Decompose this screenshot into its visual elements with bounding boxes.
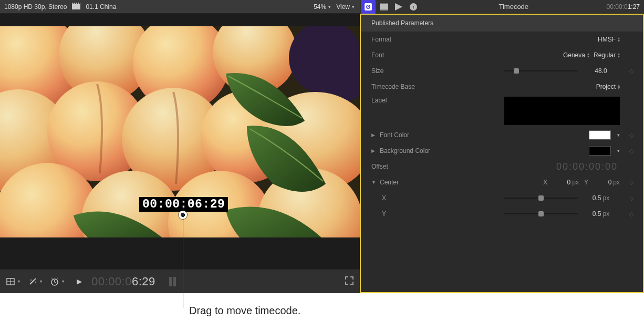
label-text-input[interactable] <box>504 97 620 125</box>
x-label: X <box>382 194 386 202</box>
retime-tool-icon[interactable]: ▾ <box>50 277 64 286</box>
chevron-down-icon: ▾ <box>352 4 355 9</box>
inspector-pane: Ø i Timecode 00:00:01:27 Published Param… <box>360 0 644 293</box>
viewer-toolbar: ▾ ▾ ▾ ▶ 00:00:06:29 <box>0 269 360 293</box>
svg-marker-39 <box>395 3 402 11</box>
param-size: Size 48.0 ◇ <box>361 63 643 79</box>
inspector-duration: 00:00:01:27 <box>607 3 644 11</box>
size-value[interactable]: 48.0 <box>582 67 620 75</box>
size-slider[interactable] <box>504 67 578 75</box>
center-x-label: X <box>543 179 547 186</box>
playhead-timecode[interactable]: 00:00:06:29 <box>91 275 155 288</box>
svg-point-26 <box>30 280 32 281</box>
y-label: Y <box>382 210 386 218</box>
timecode-base-popup[interactable]: Project▴▾ <box>596 83 620 90</box>
fullscreen-icon[interactable] <box>345 276 354 286</box>
keyframe-icon[interactable]: ◇ <box>624 195 639 202</box>
disclosure-triangle-icon[interactable]: ▶ <box>371 132 377 138</box>
chevron-down-icon: ▾ <box>328 4 331 9</box>
size-label: Size <box>371 67 383 75</box>
disclosure-triangle-icon[interactable]: ▶ <box>371 148 377 153</box>
background-color-swatch[interactable] <box>589 146 611 156</box>
param-font-color: ▶Font Color ▾ ◇ <box>361 127 643 143</box>
svg-rect-0 <box>72 4 80 9</box>
svg-rect-33 <box>380 9 388 11</box>
video-inspector-tab[interactable] <box>377 0 391 14</box>
keyframe-icon[interactable]: ◇ <box>624 132 639 139</box>
keyframe-icon[interactable]: ◇ <box>624 211 639 218</box>
callout-line <box>183 205 183 308</box>
offset-value[interactable]: 00:00:00:00 <box>556 161 618 172</box>
keyframe-icon[interactable]: ◇ <box>624 179 639 186</box>
info-inspector-tab[interactable]: i <box>406 0 421 14</box>
clip-name[interactable]: 01.1 China <box>86 3 116 11</box>
svg-point-25 <box>35 278 36 279</box>
inspector-body: Published Parameters Format HMSF▴▾ Font … <box>360 14 644 293</box>
param-timecode-base: Timecode Base Project▴▾ <box>361 79 643 95</box>
center-y-label: Y <box>584 179 588 186</box>
param-background-color: ▶Background Color ▾ ◇ <box>361 143 643 159</box>
font-color-label: Font Color <box>380 131 409 139</box>
svg-rect-31 <box>380 4 388 9</box>
svg-point-27 <box>35 282 36 283</box>
label-field-label: Label <box>371 97 387 104</box>
font-style-popup[interactable]: Regular▴▾ <box>594 51 620 59</box>
param-center-x: X 0.5px ◇ <box>361 190 643 206</box>
keyframe-icon[interactable]: ◇ <box>624 148 639 154</box>
svg-text:Ø: Ø <box>366 4 371 10</box>
y-value[interactable]: 0.5px <box>582 210 620 218</box>
play-button[interactable]: ▶ <box>77 277 82 285</box>
zoom-popup[interactable]: 54%▾ <box>314 3 331 11</box>
y-slider[interactable] <box>504 210 578 218</box>
audio-meter-icon <box>169 277 176 286</box>
center-y-value[interactable]: 0px <box>594 179 620 186</box>
keyframe-icon[interactable]: ◇ <box>624 68 639 75</box>
center-label: Center <box>380 179 399 186</box>
param-center-y: Y 0.5px ◇ <box>361 206 643 222</box>
format-badge: 1080p HD 30p, Stereo <box>4 3 67 11</box>
timecode-base-label: Timecode Base <box>371 83 415 90</box>
viewer-top-bar: 1080p HD 30p, Stereo 01.1 China 54%▾ Vie… <box>0 0 360 14</box>
clapperboard-icon[interactable] <box>72 3 80 11</box>
param-font: Font Geneva▴▾ Regular▴▾ <box>361 47 643 63</box>
chevron-down-icon[interactable]: ▾ <box>617 132 620 138</box>
background-color-label: Background Color <box>380 147 430 154</box>
generator-inspector-tab[interactable]: Ø <box>361 0 376 14</box>
format-label: Format <box>371 36 391 43</box>
enhance-tool-icon[interactable]: ▾ <box>28 277 42 286</box>
param-offset: Offset 00:00:00:00 <box>361 159 643 174</box>
x-value[interactable]: 0.5px <box>582 194 620 202</box>
format-popup[interactable]: HMSF▴▾ <box>598 36 620 43</box>
center-x-value[interactable]: 0px <box>553 179 579 186</box>
font-color-swatch[interactable] <box>589 130 611 140</box>
section-header: Published Parameters <box>361 15 643 32</box>
offset-label: Offset <box>371 163 388 170</box>
share-inspector-tab[interactable] <box>391 0 406 14</box>
transform-tool-icon[interactable]: ▾ <box>6 278 20 285</box>
timecode-overlay[interactable]: 00:00:06:29 <box>139 197 228 212</box>
x-slider[interactable] <box>504 194 578 202</box>
updown-arrows-icon: ▴▾ <box>618 37 620 42</box>
disclosure-triangle-down-icon[interactable]: ▼ <box>371 180 377 185</box>
chevron-down-icon[interactable]: ▾ <box>617 148 620 153</box>
param-format: Format HMSF▴▾ <box>361 32 643 47</box>
inspector-title: Timecode <box>421 3 607 11</box>
param-label-field: Label <box>361 95 643 127</box>
font-label: Font <box>371 51 384 59</box>
param-center: ▼Center X 0px Y 0px ◇ <box>361 174 643 190</box>
view-menu[interactable]: View▾ <box>336 3 355 11</box>
viewer-canvas[interactable]: 00:00:06:29 <box>0 14 360 250</box>
callout-caption: Drag to move timecode. <box>189 305 300 317</box>
inspector-top-bar: Ø i Timecode 00:00:01:27 <box>360 0 644 14</box>
font-family-popup[interactable]: Geneva▴▾ <box>563 51 589 59</box>
viewer-pane: 1080p HD 30p, Stereo 01.1 China 54%▾ Vie… <box>0 0 360 293</box>
